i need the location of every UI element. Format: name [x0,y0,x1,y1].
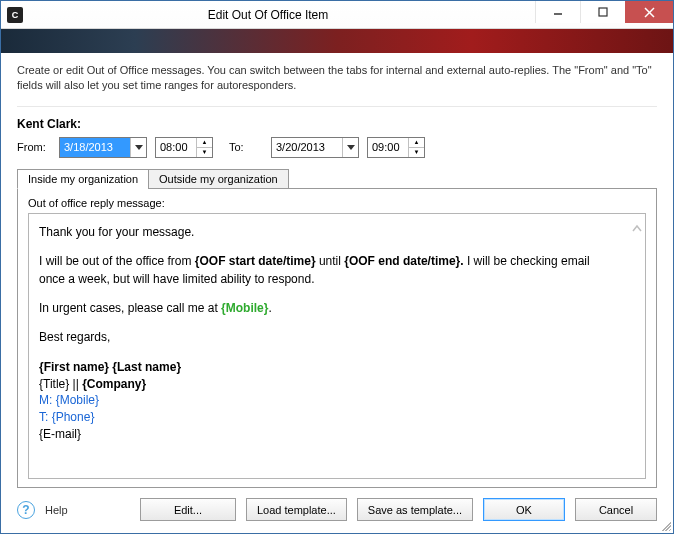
edit-button[interactable]: Edit... [140,498,236,521]
tab-panel: Out of office reply message: Thank you f… [17,188,657,488]
window-title: Edit Out Of Office Item [1,8,535,22]
tabstrip: Inside my organization Outside my organi… [17,168,657,188]
to-date-dropdown[interactable] [271,137,359,158]
token-phone: {Phone} [52,410,95,424]
from-date-input[interactable] [60,138,130,157]
to-time-input[interactable] [368,138,408,157]
from-date-dropdown[interactable] [59,137,147,158]
from-label: From: [17,141,51,153]
msg-body: I will be out of the office from {OOF st… [39,253,617,288]
msg-body-mid: until [316,254,345,268]
token-mobile-sig: {Mobile} [56,393,99,407]
token-title: {Title} || [39,377,82,391]
date-range-row: From: ▲ ▼ To: ▲ ▼ [17,137,657,158]
content-area: Create or edit Out of Office messages. Y… [1,53,673,488]
header-banner [1,29,673,53]
cancel-button[interactable]: Cancel [575,498,657,521]
load-template-button[interactable]: Load template... [246,498,347,521]
to-date-input[interactable] [272,138,342,157]
sig-mobile-line: M: {Mobile} [39,392,617,409]
sig-phone-line: T: {Phone} [39,409,617,426]
sig-email-line: {E-mail} [39,426,617,443]
sig-m-label: M: [39,393,56,407]
help-icon[interactable]: ? [17,501,35,519]
reply-message-label: Out of office reply message: [28,197,646,209]
ok-button[interactable]: OK [483,498,565,521]
tab-outside-org[interactable]: Outside my organization [148,169,289,189]
spin-up-icon[interactable]: ▲ [197,138,212,148]
spin-down-icon[interactable]: ▼ [197,148,212,157]
msg-regards: Best regards, [39,329,617,346]
person-name: Kent Clark: [17,117,657,131]
to-label: To: [229,141,263,153]
window-buttons [535,1,673,28]
msg-greeting: Thank you for your message. [39,224,617,241]
token-company: {Company} [82,377,146,391]
msg-body-pre: I will be out of the office from [39,254,195,268]
sig-name-line: {First name} {Last name} [39,359,617,376]
titlebar: C Edit Out Of Office Item [1,1,673,29]
svg-marker-4 [135,145,143,150]
separator [17,106,657,107]
message-editor[interactable]: Thank you for your message. I will be ou… [29,214,627,478]
sig-title-line: {Title} || {Company} [39,376,617,393]
maximize-button[interactable] [580,1,625,23]
token-mobile: {Mobile} [221,301,268,315]
spin-up-icon[interactable]: ▲ [409,138,424,148]
msg-urgent-post: . [268,301,271,315]
footer: ? Help Edit... Load template... Save as … [1,488,673,533]
chevron-down-icon[interactable] [130,138,146,157]
chevron-down-icon[interactable] [342,138,358,157]
editor-container: Thank you for your message. I will be ou… [28,213,646,479]
tab-inside-org[interactable]: Inside my organization [17,169,149,189]
sig-t-label: T: [39,410,52,424]
svg-rect-1 [599,8,607,16]
spin-down-icon[interactable]: ▼ [409,148,424,157]
to-time-spinner[interactable]: ▲ ▼ [367,137,425,158]
token-fullname: {First name} {Last name} [39,360,181,374]
msg-urgent-pre: In urgent cases, please call me at [39,301,221,315]
from-time-input[interactable] [156,138,196,157]
msg-urgent: In urgent cases, please call me at {Mobi… [39,300,617,317]
token-oof-start: {OOF start date/time} [195,254,316,268]
minimize-button[interactable] [535,1,580,23]
close-button[interactable] [625,1,673,23]
svg-marker-5 [347,145,355,150]
save-template-button[interactable]: Save as template... [357,498,473,521]
resize-grip-icon[interactable] [659,519,671,531]
scroll-up-icon[interactable] [632,222,642,236]
description-text: Create or edit Out of Office messages. Y… [17,63,657,94]
help-link[interactable]: Help [45,504,68,516]
dialog-window: C Edit Out Of Office Item Create or edit… [0,0,674,534]
from-time-spinner[interactable]: ▲ ▼ [155,137,213,158]
token-oof-end: {OOF end date/time}. [344,254,463,268]
